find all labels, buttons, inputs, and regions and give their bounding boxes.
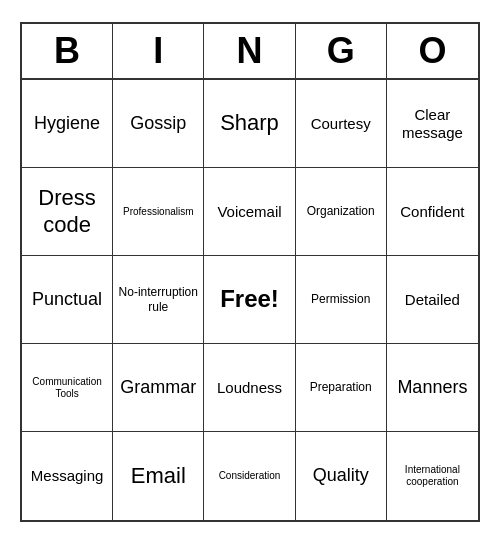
cell-text: Courtesy [311,115,371,133]
cell-text: Free! [220,285,279,314]
bingo-cell[interactable]: Detailed [387,256,478,344]
bingo-cell[interactable]: Communication Tools [22,344,113,432]
bingo-cell[interactable]: Confident [387,168,478,256]
cell-text: Gossip [130,113,186,135]
cell-text: Preparation [310,380,372,394]
bingo-cell[interactable]: Quality [296,432,387,520]
cell-text: No-interruption rule [117,285,199,314]
header-letter: G [296,24,387,78]
cell-text: Punctual [32,289,102,311]
cell-text: Loudness [217,379,282,397]
header-letter: N [204,24,295,78]
bingo-cell[interactable]: No-interruption rule [113,256,204,344]
cell-text: Communication Tools [26,376,108,400]
header-letter: B [22,24,113,78]
cell-text: Messaging [31,467,104,485]
header-letter: O [387,24,478,78]
cell-text: Grammar [120,377,196,399]
cell-text: International cooperation [391,464,474,488]
cell-text: Voicemail [217,203,281,221]
cell-text: Clear message [391,106,474,142]
bingo-cell[interactable]: Messaging [22,432,113,520]
bingo-cell[interactable]: Loudness [204,344,295,432]
bingo-card: BINGO HygieneGossipSharpCourtesyClear me… [20,22,480,522]
header-letter: I [113,24,204,78]
bingo-cell[interactable]: Email [113,432,204,520]
cell-text: Hygiene [34,113,100,135]
bingo-cell[interactable]: Grammar [113,344,204,432]
bingo-cell[interactable]: Voicemail [204,168,295,256]
bingo-cell[interactable]: Hygiene [22,80,113,168]
bingo-cell[interactable]: Courtesy [296,80,387,168]
bingo-grid: HygieneGossipSharpCourtesyClear messageD… [22,80,478,520]
bingo-cell[interactable]: Clear message [387,80,478,168]
cell-text: Professionalism [123,206,194,218]
bingo-cell[interactable]: Professionalism [113,168,204,256]
bingo-cell[interactable]: Manners [387,344,478,432]
bingo-cell[interactable]: Consideration [204,432,295,520]
bingo-cell[interactable]: Permission [296,256,387,344]
cell-text: Sharp [220,110,279,136]
cell-text: Dress code [26,185,108,238]
cell-text: Organization [307,204,375,218]
cell-text: Detailed [405,291,460,309]
bingo-header: BINGO [22,24,478,80]
bingo-cell[interactable]: Gossip [113,80,204,168]
bingo-cell[interactable]: Preparation [296,344,387,432]
bingo-cell[interactable]: Dress code [22,168,113,256]
cell-text: Permission [311,292,370,306]
cell-text: Consideration [219,470,281,482]
cell-text: Manners [397,377,467,399]
cell-text: Quality [313,465,369,487]
bingo-cell[interactable]: Free! [204,256,295,344]
cell-text: Confident [400,203,464,221]
bingo-cell[interactable]: International cooperation [387,432,478,520]
cell-text: Email [131,463,186,489]
bingo-cell[interactable]: Sharp [204,80,295,168]
bingo-cell[interactable]: Punctual [22,256,113,344]
bingo-cell[interactable]: Organization [296,168,387,256]
